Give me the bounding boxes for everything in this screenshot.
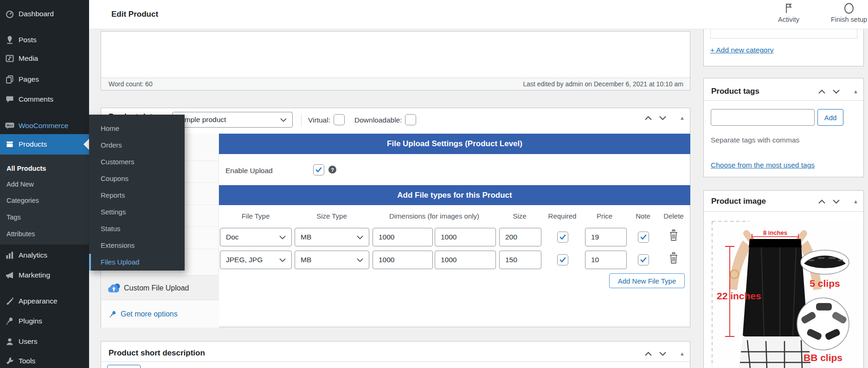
row2-file-type-select[interactable]: JPEG, JPG — [220, 251, 292, 269]
move-up-icon[interactable] — [644, 351, 652, 356]
row2-price-input[interactable] — [585, 251, 627, 269]
svg-text:Woo: Woo — [6, 123, 13, 127]
collapse-icon[interactable]: ▲ — [680, 115, 685, 121]
submenu-all-products[interactable]: All Products — [0, 163, 89, 174]
row1-dim-width-input[interactable] — [373, 228, 433, 246]
divider — [101, 362, 690, 362]
sidebar-item-label: Products — [19, 140, 47, 148]
move-up-icon[interactable] — [644, 116, 652, 121]
add-tag-button[interactable]: Add — [817, 109, 843, 126]
row1-price-input[interactable] — [585, 228, 627, 246]
sidebar-item-analytics[interactable]: Analytics — [0, 246, 89, 264]
move-up-icon[interactable] — [818, 89, 826, 94]
row1-size-input[interactable] — [499, 228, 541, 246]
get-more-options-link[interactable]: Get more options — [102, 300, 219, 328]
editor-toolbar-button[interactable] — [107, 365, 141, 368]
move-down-icon[interactable] — [659, 116, 667, 121]
flyout-item-extensions[interactable]: Extensions — [89, 237, 185, 254]
move-down-icon[interactable] — [659, 351, 667, 356]
collapse-icon[interactable]: ▲ — [853, 199, 858, 204]
top-bar: Edit Product Activity Finish setup — [89, 0, 868, 29]
row1-file-type-value: Doc — [226, 233, 239, 241]
add-new-file-type-button[interactable]: Add New File Type — [609, 273, 685, 288]
sidebar-item-products[interactable]: Products — [0, 134, 89, 155]
flyout-item-reports[interactable]: Reports — [89, 187, 185, 204]
check-icon — [559, 257, 566, 263]
submenu-tags[interactable]: Tags — [0, 212, 89, 222]
row2-delete-trash-icon[interactable] — [668, 252, 679, 266]
sidebar-item-posts[interactable]: Posts — [0, 31, 89, 49]
sidebar-item-label: Analytics — [19, 251, 47, 259]
sidebar-item-plugins[interactable]: Plugins — [0, 312, 89, 330]
row2-required-checkbox[interactable] — [557, 254, 568, 265]
megaphone-icon — [5, 271, 14, 280]
flyout-item-coupons[interactable]: Coupons — [89, 170, 185, 187]
circle-icon — [823, 3, 868, 15]
row2-size-type-select[interactable]: MB — [295, 251, 369, 269]
plugin-icon — [5, 316, 14, 326]
media-icon — [5, 54, 14, 63]
sidebar-item-comments[interactable]: Comments — [0, 90, 89, 108]
sidebar-item-appearance[interactable]: Appearance — [0, 292, 89, 310]
row1-required-checkbox[interactable] — [557, 232, 568, 243]
row1-note-checkbox[interactable] — [638, 232, 649, 243]
dashboard-icon — [5, 9, 14, 19]
row1-file-type-select[interactable]: Doc — [220, 228, 292, 246]
enable-upload-checkbox[interactable] — [313, 164, 324, 175]
row2-dim-height-input[interactable] — [435, 251, 496, 269]
collapse-icon[interactable]: ▲ — [853, 89, 858, 94]
move-up-icon[interactable] — [818, 199, 826, 204]
virtual-checkbox[interactable] — [334, 114, 345, 125]
add-new-category-link[interactable]: + Add new category — [710, 46, 774, 54]
help-icon[interactable]: ? — [328, 166, 336, 174]
activity-button[interactable]: Activity — [768, 3, 810, 23]
move-down-icon[interactable] — [832, 89, 840, 94]
row1-size-type-select[interactable]: MB — [295, 228, 369, 246]
sidebar-item-label: Posts — [19, 36, 37, 44]
sidebar-item-media[interactable]: Media — [0, 50, 89, 67]
product-tags-panel: Product tags ▲ Add Separate tags with co… — [703, 78, 864, 177]
add-new-file-type-label: Add New File Type — [618, 277, 676, 285]
flyout-item-settings[interactable]: Settings — [89, 204, 185, 220]
pages-icon — [5, 75, 14, 84]
choose-most-used-tags-link[interactable]: Choose from the most used tags — [711, 161, 815, 169]
sidebar-item-tools[interactable]: Tools — [0, 352, 89, 368]
sidebar-item-woocommerce[interactable]: Woo WooCommerce — [0, 117, 89, 135]
sidebar-item-users[interactable]: Users — [0, 333, 89, 350]
flyout-item-status[interactable]: Status — [89, 220, 185, 237]
flyout-item-files-upload[interactable]: Files Upload — [89, 254, 185, 271]
flyout-item-home[interactable]: Home — [89, 120, 185, 137]
divider — [301, 114, 302, 127]
flyout-item-files-upload-label: Files Upload — [101, 258, 139, 266]
move-down-icon[interactable] — [832, 199, 840, 204]
flag-icon — [768, 3, 810, 15]
sidebar-item-pages[interactable]: Pages — [0, 71, 89, 88]
product-type-select[interactable]: Simple product — [172, 112, 293, 128]
row1-delete-trash-icon[interactable] — [668, 229, 679, 244]
description-editor-panel: Word count: 60 Last edited by admin on D… — [101, 31, 690, 90]
cloud-upload-icon — [107, 283, 121, 294]
tab-custom-file-upload[interactable]: Custom File Upload — [102, 275, 219, 300]
flyout-item-customers[interactable]: Customers — [89, 154, 185, 170]
collapse-icon[interactable]: ▲ — [680, 351, 685, 356]
brush-icon — [5, 297, 14, 306]
finish-setup-label: Finish setup — [831, 16, 867, 23]
sidebar-item-marketing[interactable]: Marketing — [0, 266, 89, 284]
row2-dim-width-input[interactable] — [373, 251, 433, 269]
submenu-attributes[interactable]: Attributes — [0, 229, 89, 239]
chevron-down-icon — [357, 256, 363, 264]
row2-note-checkbox[interactable] — [638, 254, 649, 265]
flyout-item-orders[interactable]: Orders — [89, 137, 185, 154]
tag-input[interactable] — [711, 109, 815, 126]
row2-size-input[interactable] — [499, 251, 541, 269]
product-image-thumbnail[interactable]: 8 inches 22 inches 5 clips BB clips — [710, 220, 858, 368]
downloadable-checkbox[interactable] — [405, 114, 416, 125]
enable-upload-label: Enable Upload — [225, 167, 273, 175]
sidebar-item-dashboard[interactable]: Dashboard — [0, 5, 89, 23]
submenu-categories[interactable]: Categories — [0, 195, 89, 206]
submenu-add-new[interactable]: Add New — [0, 179, 89, 189]
file-upload-settings-header: File Upload Settings (Product Level) — [219, 134, 690, 154]
product-image-title: Product image — [711, 197, 766, 206]
row1-dim-height-input[interactable] — [435, 228, 496, 246]
finish-setup-button[interactable]: Finish setup — [823, 3, 868, 23]
